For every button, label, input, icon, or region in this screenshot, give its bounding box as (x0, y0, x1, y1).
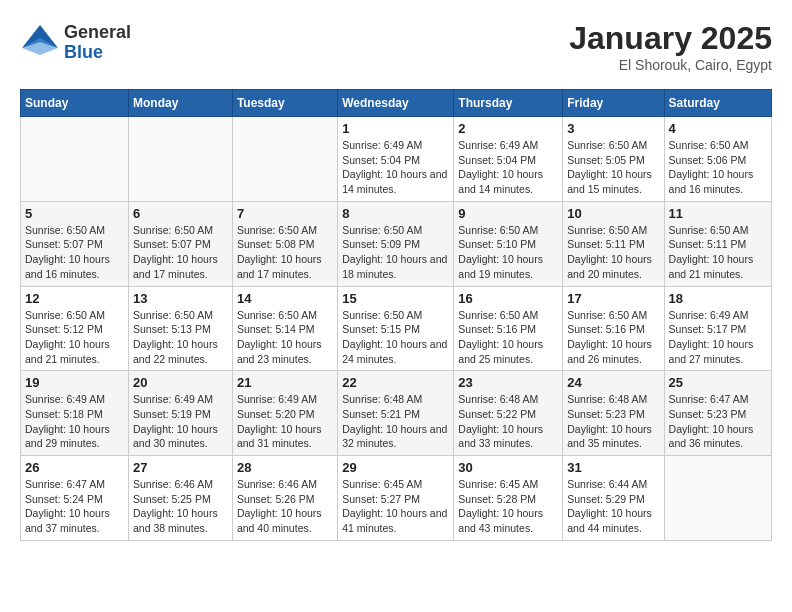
day-number: 21 (237, 375, 333, 390)
day-number: 12 (25, 291, 124, 306)
day-of-week-header: Saturday (664, 90, 771, 117)
day-info: Sunrise: 6:46 AMSunset: 5:26 PMDaylight:… (237, 477, 333, 536)
day-number: 24 (567, 375, 659, 390)
calendar-cell: 4Sunrise: 6:50 AMSunset: 5:06 PMDaylight… (664, 117, 771, 202)
calendar-week-row: 26Sunrise: 6:47 AMSunset: 5:24 PMDayligh… (21, 456, 772, 541)
calendar-cell (232, 117, 337, 202)
day-of-week-header: Sunday (21, 90, 129, 117)
day-info: Sunrise: 6:50 AMSunset: 5:14 PMDaylight:… (237, 308, 333, 367)
day-number: 23 (458, 375, 558, 390)
day-number: 15 (342, 291, 449, 306)
calendar-title-block: January 2025 El Shorouk, Cairo, Egypt (569, 20, 772, 73)
logo-blue-text: Blue (64, 43, 131, 63)
day-of-week-header: Friday (563, 90, 664, 117)
day-info: Sunrise: 6:50 AMSunset: 5:05 PMDaylight:… (567, 138, 659, 197)
day-info: Sunrise: 6:49 AMSunset: 5:04 PMDaylight:… (342, 138, 449, 197)
day-info: Sunrise: 6:48 AMSunset: 5:21 PMDaylight:… (342, 392, 449, 451)
day-number: 29 (342, 460, 449, 475)
day-number: 27 (133, 460, 228, 475)
calendar-cell: 5Sunrise: 6:50 AMSunset: 5:07 PMDaylight… (21, 201, 129, 286)
day-info: Sunrise: 6:50 AMSunset: 5:07 PMDaylight:… (25, 223, 124, 282)
day-info: Sunrise: 6:48 AMSunset: 5:22 PMDaylight:… (458, 392, 558, 451)
calendar-cell: 30Sunrise: 6:45 AMSunset: 5:28 PMDayligh… (454, 456, 563, 541)
day-number: 20 (133, 375, 228, 390)
logo-icon (20, 20, 60, 65)
calendar-cell: 11Sunrise: 6:50 AMSunset: 5:11 PMDayligh… (664, 201, 771, 286)
svg-marker-1 (22, 38, 58, 55)
logo-general-text: General (64, 23, 131, 43)
day-info: Sunrise: 6:50 AMSunset: 5:06 PMDaylight:… (669, 138, 767, 197)
day-info: Sunrise: 6:50 AMSunset: 5:11 PMDaylight:… (567, 223, 659, 282)
day-number: 9 (458, 206, 558, 221)
day-number: 10 (567, 206, 659, 221)
calendar-week-row: 19Sunrise: 6:49 AMSunset: 5:18 PMDayligh… (21, 371, 772, 456)
day-number: 25 (669, 375, 767, 390)
day-info: Sunrise: 6:50 AMSunset: 5:09 PMDaylight:… (342, 223, 449, 282)
calendar-cell: 18Sunrise: 6:49 AMSunset: 5:17 PMDayligh… (664, 286, 771, 371)
day-info: Sunrise: 6:47 AMSunset: 5:23 PMDaylight:… (669, 392, 767, 451)
calendar-cell: 2Sunrise: 6:49 AMSunset: 5:04 PMDaylight… (454, 117, 563, 202)
day-number: 16 (458, 291, 558, 306)
calendar-cell: 24Sunrise: 6:48 AMSunset: 5:23 PMDayligh… (563, 371, 664, 456)
calendar-cell: 8Sunrise: 6:50 AMSunset: 5:09 PMDaylight… (338, 201, 454, 286)
calendar-cell: 31Sunrise: 6:44 AMSunset: 5:29 PMDayligh… (563, 456, 664, 541)
calendar-cell: 19Sunrise: 6:49 AMSunset: 5:18 PMDayligh… (21, 371, 129, 456)
day-info: Sunrise: 6:49 AMSunset: 5:19 PMDaylight:… (133, 392, 228, 451)
day-info: Sunrise: 6:50 AMSunset: 5:11 PMDaylight:… (669, 223, 767, 282)
day-info: Sunrise: 6:50 AMSunset: 5:10 PMDaylight:… (458, 223, 558, 282)
calendar-cell: 9Sunrise: 6:50 AMSunset: 5:10 PMDaylight… (454, 201, 563, 286)
day-number: 17 (567, 291, 659, 306)
day-number: 18 (669, 291, 767, 306)
calendar-cell: 21Sunrise: 6:49 AMSunset: 5:20 PMDayligh… (232, 371, 337, 456)
day-info: Sunrise: 6:50 AMSunset: 5:07 PMDaylight:… (133, 223, 228, 282)
day-info: Sunrise: 6:46 AMSunset: 5:25 PMDaylight:… (133, 477, 228, 536)
day-of-week-header: Thursday (454, 90, 563, 117)
calendar-cell: 6Sunrise: 6:50 AMSunset: 5:07 PMDaylight… (129, 201, 233, 286)
day-number: 30 (458, 460, 558, 475)
calendar-cell: 13Sunrise: 6:50 AMSunset: 5:13 PMDayligh… (129, 286, 233, 371)
day-info: Sunrise: 6:49 AMSunset: 5:20 PMDaylight:… (237, 392, 333, 451)
day-info: Sunrise: 6:50 AMSunset: 5:08 PMDaylight:… (237, 223, 333, 282)
day-number: 1 (342, 121, 449, 136)
calendar-cell (21, 117, 129, 202)
day-number: 26 (25, 460, 124, 475)
calendar-cell: 12Sunrise: 6:50 AMSunset: 5:12 PMDayligh… (21, 286, 129, 371)
day-number: 14 (237, 291, 333, 306)
day-info: Sunrise: 6:48 AMSunset: 5:23 PMDaylight:… (567, 392, 659, 451)
day-info: Sunrise: 6:50 AMSunset: 5:16 PMDaylight:… (458, 308, 558, 367)
calendar-week-row: 12Sunrise: 6:50 AMSunset: 5:12 PMDayligh… (21, 286, 772, 371)
calendar-cell (129, 117, 233, 202)
calendar-cell: 29Sunrise: 6:45 AMSunset: 5:27 PMDayligh… (338, 456, 454, 541)
day-number: 8 (342, 206, 449, 221)
calendar-cell: 27Sunrise: 6:46 AMSunset: 5:25 PMDayligh… (129, 456, 233, 541)
calendar-cell: 23Sunrise: 6:48 AMSunset: 5:22 PMDayligh… (454, 371, 563, 456)
day-info: Sunrise: 6:49 AMSunset: 5:04 PMDaylight:… (458, 138, 558, 197)
day-number: 19 (25, 375, 124, 390)
day-number: 6 (133, 206, 228, 221)
calendar-cell: 14Sunrise: 6:50 AMSunset: 5:14 PMDayligh… (232, 286, 337, 371)
day-number: 13 (133, 291, 228, 306)
calendar-week-row: 1Sunrise: 6:49 AMSunset: 5:04 PMDaylight… (21, 117, 772, 202)
calendar-cell: 10Sunrise: 6:50 AMSunset: 5:11 PMDayligh… (563, 201, 664, 286)
logo-text: General Blue (64, 23, 131, 63)
calendar-table: SundayMondayTuesdayWednesdayThursdayFrid… (20, 89, 772, 541)
day-number: 5 (25, 206, 124, 221)
calendar-cell: 25Sunrise: 6:47 AMSunset: 5:23 PMDayligh… (664, 371, 771, 456)
day-number: 7 (237, 206, 333, 221)
day-info: Sunrise: 6:50 AMSunset: 5:13 PMDaylight:… (133, 308, 228, 367)
day-info: Sunrise: 6:45 AMSunset: 5:27 PMDaylight:… (342, 477, 449, 536)
day-info: Sunrise: 6:50 AMSunset: 5:16 PMDaylight:… (567, 308, 659, 367)
day-of-week-header: Monday (129, 90, 233, 117)
calendar-cell: 1Sunrise: 6:49 AMSunset: 5:04 PMDaylight… (338, 117, 454, 202)
calendar-cell: 20Sunrise: 6:49 AMSunset: 5:19 PMDayligh… (129, 371, 233, 456)
day-number: 11 (669, 206, 767, 221)
logo: General Blue (20, 20, 131, 65)
calendar-header-row: SundayMondayTuesdayWednesdayThursdayFrid… (21, 90, 772, 117)
day-number: 22 (342, 375, 449, 390)
day-number: 2 (458, 121, 558, 136)
calendar-cell: 28Sunrise: 6:46 AMSunset: 5:26 PMDayligh… (232, 456, 337, 541)
day-of-week-header: Wednesday (338, 90, 454, 117)
day-info: Sunrise: 6:49 AMSunset: 5:17 PMDaylight:… (669, 308, 767, 367)
day-info: Sunrise: 6:47 AMSunset: 5:24 PMDaylight:… (25, 477, 124, 536)
day-number: 31 (567, 460, 659, 475)
